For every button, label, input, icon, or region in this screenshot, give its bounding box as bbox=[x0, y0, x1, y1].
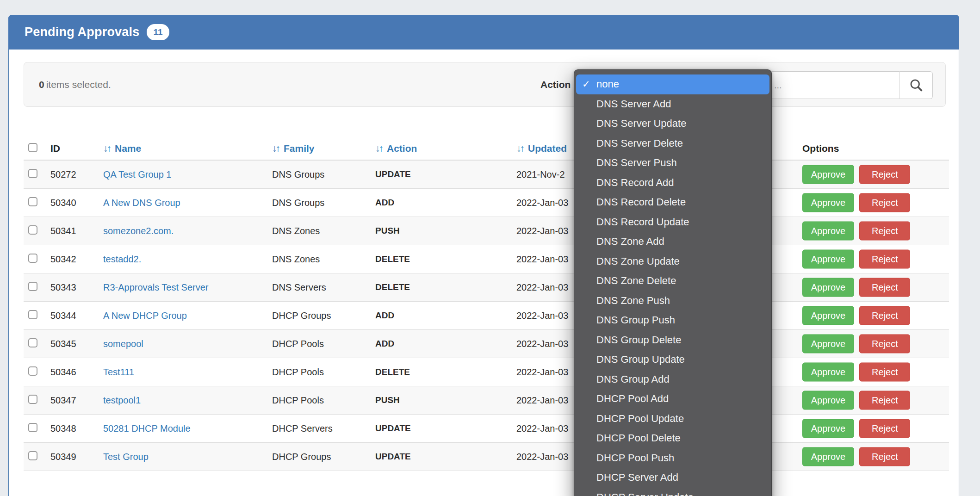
dropdown-option-label: DNS Group Delete bbox=[596, 334, 681, 346]
row-name-link[interactable]: Test111 bbox=[103, 367, 134, 377]
row-name-link[interactable]: somezone2.com. bbox=[103, 226, 174, 236]
row-checkbox[interactable] bbox=[28, 169, 37, 180]
table-row: 50272 QA Test Group 1 DNS Groups UPDATE … bbox=[24, 161, 949, 189]
dropdown-option-selected[interactable]: ✓none bbox=[576, 74, 769, 94]
dropdown-option[interactable]: DHCP Pool Delete bbox=[574, 428, 771, 448]
row-name-link[interactable]: 50281 DHCP Module bbox=[103, 423, 191, 434]
row-checkbox[interactable] bbox=[28, 282, 37, 293]
search-button[interactable] bbox=[900, 71, 933, 99]
approve-button[interactable]: Approve bbox=[802, 391, 854, 410]
dropdown-option[interactable]: DHCP Server Add bbox=[574, 468, 771, 488]
pending-approvals-panel: Pending Approvals 11 0items selected. Ac… bbox=[8, 15, 959, 496]
row-updated: 2021-Nov-2 bbox=[516, 169, 565, 180]
row-checkbox[interactable] bbox=[28, 225, 37, 236]
dropdown-option[interactable]: DNS Server Add bbox=[574, 94, 771, 114]
dropdown-option[interactable]: DNS Server Push bbox=[574, 153, 771, 173]
column-header-updated[interactable]: ↓↑Updated bbox=[516, 143, 567, 154]
dropdown-option-label: DHCP Pool Push bbox=[596, 452, 674, 464]
dropdown-option[interactable]: DNS Group Push bbox=[574, 310, 771, 330]
select-all-checkbox[interactable] bbox=[28, 143, 37, 154]
approve-button[interactable]: Approve bbox=[802, 222, 854, 241]
dropdown-option[interactable]: DNS Zone Delete bbox=[574, 271, 771, 291]
dropdown-option-label: DNS Zone Add bbox=[596, 236, 664, 248]
column-header-options: Options bbox=[802, 143, 839, 154]
row-name-link[interactable]: R3-Approvals Test Server bbox=[103, 282, 209, 292]
approve-button[interactable]: Approve bbox=[802, 447, 854, 466]
row-updated: 2022-Jan-03 bbox=[516, 226, 568, 236]
dropdown-option[interactable]: DNS Server Update bbox=[574, 114, 771, 134]
approve-button[interactable]: Approve bbox=[802, 278, 854, 297]
column-header-name[interactable]: ↓↑Name bbox=[103, 143, 141, 154]
reject-button[interactable]: Reject bbox=[859, 165, 910, 184]
column-header-action[interactable]: ↓↑Action bbox=[375, 143, 417, 154]
row-updated: 2022-Jan-03 bbox=[516, 452, 568, 462]
row-name-link[interactable]: QA Test Group 1 bbox=[103, 169, 172, 180]
dropdown-option-label: DNS Record Update bbox=[596, 216, 689, 228]
dropdown-option[interactable]: DNS Server Delete bbox=[574, 134, 771, 154]
reject-button[interactable]: Reject bbox=[859, 193, 910, 212]
row-name-link[interactable]: testpool1 bbox=[103, 395, 141, 405]
approve-button[interactable]: Approve bbox=[802, 193, 854, 212]
dropdown-option[interactable]: DNS Zone Push bbox=[574, 291, 771, 311]
row-updated: 2022-Jan-03 bbox=[516, 339, 568, 349]
approve-button[interactable]: Approve bbox=[802, 165, 854, 184]
approve-button[interactable]: Approve bbox=[802, 250, 854, 269]
column-header-label: Options bbox=[802, 143, 839, 154]
row-checkbox[interactable] bbox=[28, 395, 37, 406]
dropdown-option[interactable]: DNS Group Update bbox=[574, 350, 771, 370]
dropdown-option-label: DHCP Server Update bbox=[596, 491, 694, 496]
dropdown-option-label: DHCP Pool Add bbox=[596, 393, 669, 405]
dropdown-option[interactable]: DHCP Server Update bbox=[574, 488, 771, 496]
dropdown-option-label: DNS Server Update bbox=[596, 118, 686, 130]
table-row: 50348 50281 DHCP Module DHCP Servers UPD… bbox=[24, 415, 949, 443]
dropdown-option-label: DHCP Pool Update bbox=[596, 413, 684, 425]
dropdown-option[interactable]: DNS Zone Add bbox=[574, 232, 771, 252]
dropdown-option[interactable]: DNS Record Add bbox=[574, 173, 771, 193]
row-checkbox[interactable] bbox=[28, 451, 37, 462]
dropdown-option[interactable]: DNS Group Add bbox=[574, 370, 771, 390]
row-checkbox[interactable] bbox=[28, 197, 37, 208]
row-name-link[interactable]: somepool bbox=[103, 339, 143, 349]
reject-button[interactable]: Reject bbox=[859, 363, 910, 382]
row-checkbox[interactable] bbox=[28, 338, 37, 349]
panel-header: Pending Approvals 11 bbox=[8, 15, 959, 50]
row-updated: 2022-Jan-03 bbox=[516, 198, 568, 208]
dropdown-option[interactable]: DNS Zone Update bbox=[574, 252, 771, 272]
row-action: UPDATE bbox=[375, 452, 411, 462]
dropdown-option[interactable]: DHCP Pool Add bbox=[574, 389, 771, 409]
row-family: DNS Groups bbox=[272, 198, 324, 208]
row-name-link[interactable]: testadd2. bbox=[103, 254, 141, 264]
dropdown-option[interactable]: DNS Record Delete bbox=[574, 192, 771, 212]
column-header-family[interactable]: ↓↑Family bbox=[272, 143, 315, 154]
row-checkbox[interactable] bbox=[28, 254, 37, 265]
approve-button[interactable]: Approve bbox=[802, 306, 854, 325]
row-action: PUSH bbox=[375, 226, 400, 236]
reject-button[interactable]: Reject bbox=[859, 447, 910, 466]
dropdown-option-label: DHCP Pool Delete bbox=[596, 432, 681, 444]
approve-button[interactable]: Approve bbox=[802, 363, 854, 382]
row-name-link[interactable]: A New DHCP Group bbox=[103, 310, 187, 321]
reject-button[interactable]: Reject bbox=[859, 222, 910, 241]
row-options: Approve Reject bbox=[802, 419, 910, 438]
reject-button[interactable]: Reject bbox=[859, 335, 910, 353]
row-id: 50344 bbox=[50, 310, 76, 321]
row-checkbox[interactable] bbox=[28, 310, 37, 321]
approve-button[interactable]: Approve bbox=[802, 335, 854, 353]
dropdown-option[interactable]: DHCP Pool Update bbox=[574, 409, 771, 429]
row-checkbox[interactable] bbox=[28, 366, 37, 378]
reject-button[interactable]: Reject bbox=[859, 250, 910, 269]
row-updated: 2022-Jan-03 bbox=[516, 254, 568, 265]
dropdown-option-label: DNS Server Push bbox=[596, 157, 677, 169]
row-family: DHCP Servers bbox=[272, 423, 333, 434]
reject-button[interactable]: Reject bbox=[859, 306, 910, 325]
dropdown-option[interactable]: DNS Group Delete bbox=[574, 330, 771, 350]
row-checkbox[interactable] bbox=[28, 423, 37, 434]
reject-button[interactable]: Reject bbox=[859, 391, 910, 410]
approve-button[interactable]: Approve bbox=[802, 419, 854, 438]
row-name-link[interactable]: Test Group bbox=[103, 452, 149, 462]
row-name-link[interactable]: A New DNS Group bbox=[103, 198, 180, 208]
reject-button[interactable]: Reject bbox=[859, 419, 910, 438]
dropdown-option[interactable]: DHCP Pool Push bbox=[574, 448, 771, 468]
reject-button[interactable]: Reject bbox=[859, 278, 910, 297]
dropdown-option[interactable]: DNS Record Update bbox=[574, 212, 771, 232]
